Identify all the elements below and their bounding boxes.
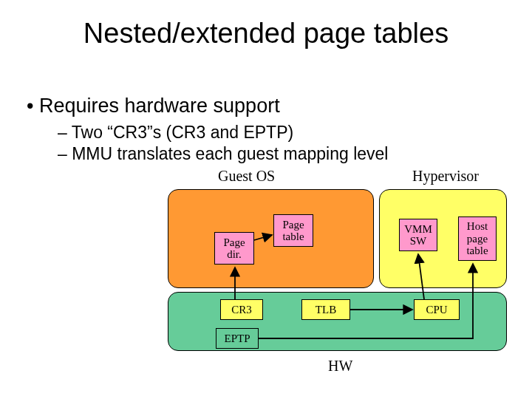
bullet-sub-1: Two “CR3”s (CR3 and EPTP) [58, 123, 293, 143]
eptp-box: EPTP [216, 328, 259, 349]
host-page-table-box: Host page table [458, 216, 497, 261]
bullet-main: Requires hardware support [27, 95, 280, 117]
page-dir-box: Page dir. [214, 232, 254, 265]
guest-os-label: Guest OS [218, 168, 275, 185]
bullet-sub-2: MMU translates each guest mapping level [58, 144, 388, 164]
hypervisor-label: Hypervisor [412, 168, 479, 185]
hw-label: HW [328, 358, 352, 375]
tlb-box: TLB [301, 299, 350, 320]
vmm-sw-box: VMM SW [399, 219, 437, 251]
cpu-box: CPU [414, 299, 460, 320]
cr3-box: CR3 [220, 299, 263, 320]
guest-os-container [168, 189, 374, 288]
page-table-box: Page table [273, 214, 313, 247]
slide-title: Nested/extended page tables [0, 18, 532, 50]
